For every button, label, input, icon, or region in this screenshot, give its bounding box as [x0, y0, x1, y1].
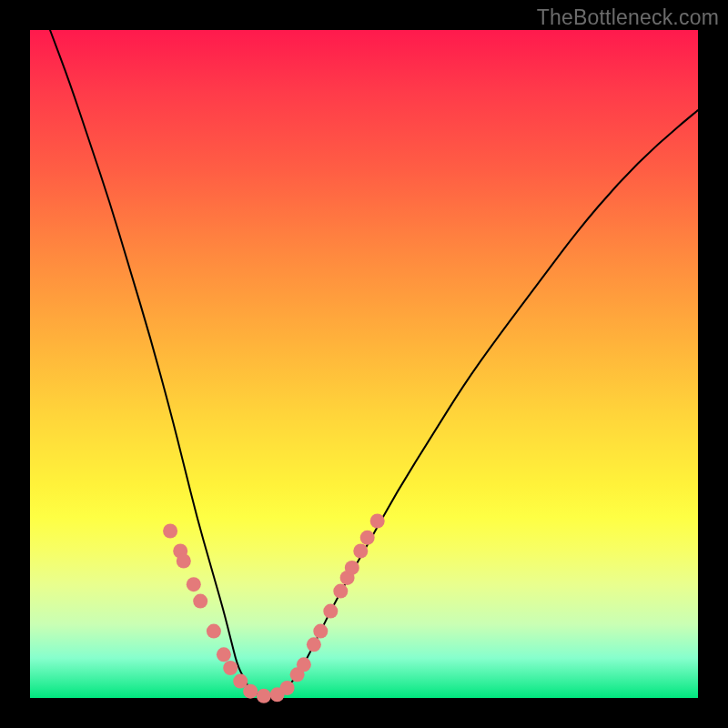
chart-frame: TheBottleneck.com: [0, 0, 728, 728]
curve-marker: [243, 684, 258, 699]
curve-marker: [297, 657, 311, 672]
curve-marker: [207, 624, 221, 639]
chart-svg: [30, 30, 698, 698]
curve-marker: [360, 531, 375, 545]
curve-marker: [163, 524, 177, 539]
bottleneck-curve: [50, 30, 698, 698]
curve-marker: [307, 637, 321, 652]
curve-marker: [217, 647, 231, 662]
curve-marker: [345, 561, 359, 575]
curve-marker: [313, 624, 328, 639]
chart-plot-area: [30, 30, 698, 698]
curve-marker: [187, 577, 201, 592]
curve-marker: [280, 681, 295, 695]
curve-marker: [323, 604, 338, 619]
watermark-text: TheBottleneck.com: [537, 5, 719, 30]
curve-marker: [257, 689, 271, 703]
curve-marker: [333, 584, 348, 599]
curve-marker: [177, 554, 191, 569]
curve-marker: [370, 514, 385, 529]
curve-marker: [353, 544, 368, 559]
curve-marker: [223, 661, 238, 675]
curve-marker: [193, 594, 207, 609]
curve-markers: [163, 514, 385, 703]
